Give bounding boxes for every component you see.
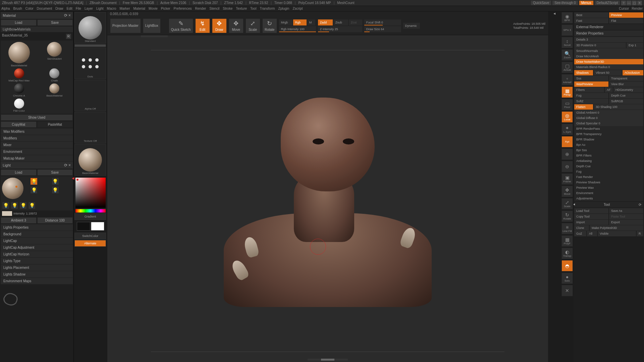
quick-line-fill[interactable]: ≡Line Fill bbox=[561, 223, 573, 234]
section-fog[interactable]: Fog bbox=[574, 169, 643, 174]
swatch-secondary[interactable] bbox=[77, 222, 90, 231]
flat-button[interactable]: Flat bbox=[609, 18, 643, 23]
material-slot[interactable]: BasicMaterial bbox=[74, 144, 106, 176]
quick-rotate[interactable]: ↻Rotate bbox=[561, 210, 573, 222]
light-panel-header[interactable]: Light ⟳ × bbox=[1, 162, 73, 169]
section-environment[interactable]: Environment bbox=[574, 190, 643, 196]
section-environment[interactable]: Environment bbox=[1, 148, 73, 155]
copy-tool-button[interactable]: Copy Tool bbox=[574, 214, 608, 219]
material-item[interactable]: Chalk bbox=[38, 68, 72, 82]
menu-preferences[interactable]: Preferences bbox=[174, 7, 192, 10]
brush-slot[interactable]: Standard bbox=[74, 12, 106, 44]
menus-button[interactable]: Menus bbox=[579, 1, 593, 5]
quick-frame[interactable]: ▣Frame bbox=[561, 173, 573, 185]
quick-bpr[interactable]: ◉BPR bbox=[561, 12, 573, 23]
viewport-canvas[interactable] bbox=[107, 37, 548, 362]
material-r-button[interactable]: R bbox=[66, 34, 71, 39]
quick-btn-22[interactable]: ✕ bbox=[561, 285, 573, 296]
maximize-icon[interactable]: ▢ bbox=[632, 1, 637, 5]
draw-size-slider[interactable]: Draw Size 64 bbox=[364, 26, 401, 32]
section-lightcap[interactable]: LightCap bbox=[1, 238, 73, 244]
shelf-expand-icon[interactable]: ◀ bbox=[549, 12, 560, 15]
draw-button[interactable]: ✥Draw bbox=[212, 18, 227, 33]
make-polymesh3d-button[interactable]: Make PolyMesh3D bbox=[590, 225, 643, 231]
softz-toggle[interactable]: SoftZ bbox=[574, 99, 608, 104]
vibrant-slider[interactable]: Vibrant 50 bbox=[594, 70, 622, 75]
global-ambient-slider[interactable]: Global Ambient 0 bbox=[574, 110, 643, 115]
material-item[interactable]: Chrome A bbox=[2, 83, 36, 97]
section-background[interactable]: Background bbox=[1, 231, 73, 237]
light-3-toggle[interactable]: 💡 bbox=[30, 186, 38, 194]
material-item[interactable]: BasicMaterial bbox=[38, 83, 72, 97]
view-blur-toggle[interactable]: View Blur bbox=[609, 81, 643, 87]
gradient-toggle[interactable]: Gradient bbox=[74, 213, 106, 220]
goz-all-button[interactable]: All bbox=[587, 231, 597, 236]
quick-xyz[interactable]: Xyz bbox=[561, 136, 573, 147]
quick-actual[interactable]: ▢Actual bbox=[561, 62, 573, 73]
quick-zoom[interactable]: 🔍Zoom bbox=[561, 49, 573, 61]
global-diffuse-slider[interactable]: Global Diffuse 0 bbox=[574, 115, 643, 121]
goz-r-button[interactable]: R bbox=[637, 231, 643, 236]
import-button[interactable]: Import bbox=[574, 220, 608, 225]
menu-zplugin[interactable]: Zplugin bbox=[278, 7, 289, 10]
intensity-slider[interactable]: Intensity 1.18972 bbox=[1, 210, 73, 217]
show-used-button[interactable]: Show Used bbox=[1, 114, 73, 121]
zsub-button[interactable]: Zsub bbox=[333, 19, 348, 25]
fast-button[interactable]: Fast bbox=[574, 18, 608, 23]
exp-slider[interactable]: Exp 1 bbox=[627, 43, 643, 48]
light-5-toggle[interactable]: 💡 bbox=[2, 202, 9, 209]
transparent-toggle[interactable]: Transparent bbox=[609, 76, 643, 81]
stroke-slot[interactable]: Dots bbox=[74, 48, 106, 79]
focal-shift-slider[interactable]: Focal Shift 0 bbox=[364, 19, 401, 25]
export-button[interactable]: Export bbox=[609, 220, 643, 225]
z-intensity-slider[interactable]: Z Intensity 25 bbox=[318, 26, 362, 32]
quick-spix-3[interactable]: SPix 3 bbox=[561, 24, 573, 36]
section-fast-render[interactable]: Fast Render bbox=[574, 174, 643, 180]
quick-persp[interactable]: ▦Persp bbox=[561, 86, 573, 98]
brush-scroll[interactable] bbox=[74, 44, 106, 47]
section-lightcap-adjustment[interactable]: LightCap Adjustment bbox=[1, 244, 73, 251]
details-slider[interactable]: Details 3 bbox=[574, 37, 643, 42]
quick-floor[interactable]: ▭Floor bbox=[561, 99, 573, 110]
section-lights-shadow[interactable]: Lights Shadow bbox=[1, 271, 73, 278]
material-save-button[interactable]: Save bbox=[37, 19, 73, 26]
load-tool-button[interactable]: Load Tool bbox=[574, 208, 608, 214]
cursor-label[interactable]: Cursor bbox=[619, 7, 629, 10]
paste-tool-button[interactable]: Paste Tool bbox=[609, 214, 643, 219]
section-environment-maps[interactable]: Environment Maps bbox=[1, 278, 73, 284]
goz-visible-button[interactable]: Visible bbox=[598, 231, 636, 236]
dynamic-toggle[interactable]: Dynamic bbox=[403, 23, 420, 29]
default-zscript[interactable]: DefaultZScript bbox=[595, 1, 620, 5]
quick-sketch-button[interactable]: ✎Quick Sketch bbox=[169, 18, 193, 33]
section-preview-wax[interactable]: Preview Wax bbox=[574, 185, 643, 190]
save-as-button[interactable]: Save As bbox=[609, 208, 643, 214]
aocclusion-toggle[interactable]: AOcclusion bbox=[623, 70, 643, 75]
menu-file[interactable]: File bbox=[76, 7, 81, 10]
menu-render[interactable]: Render bbox=[195, 7, 206, 10]
clone-button[interactable]: Clone bbox=[574, 225, 589, 231]
pastemat-button[interactable]: PasteMat bbox=[37, 121, 73, 128]
quick-btn-20[interactable]: ◓ bbox=[561, 260, 573, 272]
depth-cue-toggle[interactable]: Depth Cue bbox=[609, 93, 643, 98]
menu-edit[interactable]: Edit bbox=[67, 7, 72, 10]
quick-btn-11[interactable]: ⊕ bbox=[561, 148, 573, 160]
menu-texture[interactable]: Texture bbox=[236, 7, 247, 10]
fibers-toggle[interactable]: Fibers bbox=[574, 87, 604, 93]
mrgb-button[interactable]: Mrgb bbox=[279, 19, 292, 25]
light-7-toggle[interactable]: 💡 bbox=[19, 202, 27, 209]
quicksave-button[interactable]: QuickSave bbox=[531, 1, 551, 5]
section-bpr-filters[interactable]: BPR Filters bbox=[574, 153, 643, 158]
section-bpr-ao[interactable]: Bpr Ao bbox=[574, 142, 643, 147]
material-item[interactable]: MatCap Red Wax bbox=[2, 68, 36, 82]
quick-move[interactable]: ✥Move bbox=[561, 186, 573, 197]
lightbox-button[interactable]: LightBox bbox=[143, 18, 161, 33]
distance-slider[interactable]: Distance 100 bbox=[37, 217, 73, 224]
section-lightcap-horizon[interactable]: LightCap Horizon bbox=[1, 251, 73, 257]
material-load-button[interactable]: Load bbox=[1, 19, 37, 26]
material-panel-header[interactable]: Material ⟳ × bbox=[1, 12, 73, 19]
close-icon[interactable]: ✕ bbox=[637, 1, 642, 5]
quick-polyf[interactable]: ▦PolyF bbox=[561, 235, 573, 247]
section-mixer[interactable]: Mixer bbox=[1, 142, 73, 148]
material-item[interactable]: Flat Color bbox=[2, 99, 36, 112]
switch-color-button[interactable]: SwitchColor bbox=[74, 233, 106, 239]
